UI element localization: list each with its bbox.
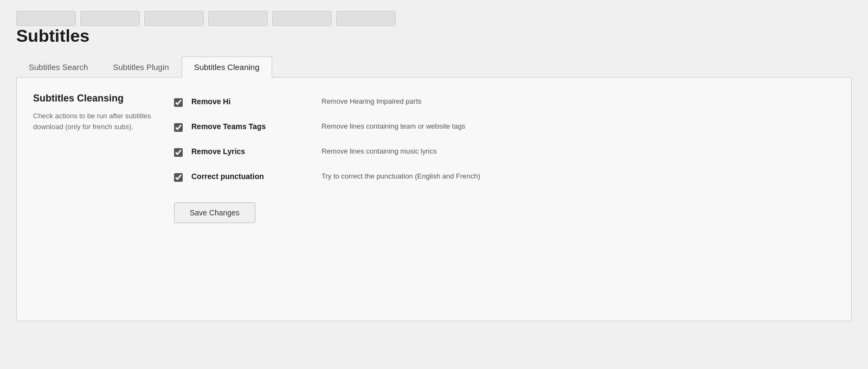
checkbox-correct-punctuation[interactable] (174, 173, 183, 182)
option-row-remove-teams-tags: Remove Teams Tags Remove lines containin… (174, 122, 835, 132)
section-title: Subtitles Cleansing (33, 93, 152, 104)
top-nav-tabs (16, 11, 852, 26)
option-label-remove-teams-tags: Remove Teams Tags (191, 122, 300, 131)
top-tab-placeholder (208, 11, 268, 26)
checkbox-remove-teams-tags[interactable] (174, 123, 183, 132)
option-desc-remove-teams-tags: Remove lines containing team or website … (322, 122, 465, 130)
checkbox-remove-hi[interactable] (174, 98, 183, 107)
option-desc-remove-lyrics: Remove lines containing music lyrics (322, 147, 436, 155)
option-label-correct-punctuation: Correct punctuation (191, 172, 300, 181)
panel-description: Check actions to be run after subtitles … (33, 111, 152, 132)
top-tab-placeholder (144, 11, 204, 26)
option-row-remove-lyrics: Remove Lyrics Remove lines containing mu… (174, 147, 835, 157)
content-panel: Subtitles Cleansing Check actions to be … (16, 77, 852, 321)
top-tab-placeholder (16, 11, 76, 26)
option-content-remove-teams-tags: Remove Teams Tags Remove lines containin… (191, 122, 835, 131)
panel-right: Remove Hi Remove Hearing Impaired parts … (174, 93, 835, 223)
page-title: Subtitles (16, 26, 852, 46)
option-content-correct-punctuation: Correct punctuation Try to correct the p… (191, 172, 835, 181)
save-button[interactable]: Save Changes (174, 202, 255, 223)
tabs-row: Subtitles Search Subtitles Plugin Subtit… (16, 56, 852, 77)
top-tab-placeholder (272, 11, 332, 26)
option-desc-correct-punctuation: Try to correct the punctuation (English … (322, 172, 480, 180)
option-label-remove-lyrics: Remove Lyrics (191, 147, 300, 156)
tab-subtitles-plugin[interactable]: Subtitles Plugin (100, 56, 181, 78)
tab-subtitles-cleaning[interactable]: Subtitles Cleaning (182, 56, 272, 78)
panel-left: Subtitles Cleansing Check actions to be … (33, 93, 152, 223)
option-content-remove-hi: Remove Hi Remove Hearing Impaired parts (191, 97, 835, 106)
top-tab-placeholder (80, 11, 140, 26)
option-content-remove-lyrics: Remove Lyrics Remove lines containing mu… (191, 147, 835, 156)
option-label-remove-hi: Remove Hi (191, 97, 300, 106)
tab-subtitles-search[interactable]: Subtitles Search (16, 56, 100, 78)
top-tab-placeholder (336, 11, 396, 26)
checkbox-remove-lyrics[interactable] (174, 148, 183, 157)
option-desc-remove-hi: Remove Hearing Impaired parts (322, 97, 421, 105)
option-row-remove-hi: Remove Hi Remove Hearing Impaired parts (174, 97, 835, 107)
option-row-correct-punctuation: Correct punctuation Try to correct the p… (174, 172, 835, 182)
